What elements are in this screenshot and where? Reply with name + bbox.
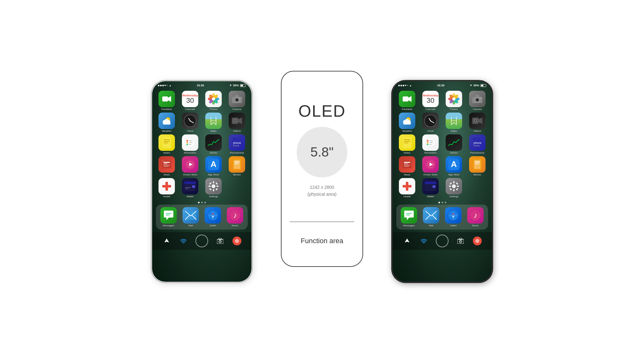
app-clock-b[interactable]: Clock [420,113,441,132]
health-icon-b [399,178,415,194]
dock-mail[interactable]: Mail [181,207,201,227]
clock-label-b: Clock [427,130,434,132]
power-button[interactable] [251,129,252,143]
app-facetime-b[interactable]: Facetime [396,91,418,111]
app-health-b[interactable]: Health [396,178,418,198]
app-itunes-b[interactable]: iTunes Store [420,156,441,176]
svg-rect-28 [164,139,170,140]
dock-mail-b[interactable]: Mail [421,207,441,227]
dock-music-b[interactable]: ♪ Music [465,207,486,227]
camera-icon [229,91,245,107]
app-stocks[interactable]: Stocks [203,134,224,154]
signal-dot-b1 [398,85,400,86]
weather-label: Weather [162,130,171,132]
app-videos-b[interactable]: Videos [467,113,488,132]
app-news-b[interactable]: News [396,156,418,176]
svg-point-26 [234,120,236,121]
status-right: ✦ 50% [229,84,246,87]
app-itunes[interactable]: iTunes Store [179,156,201,176]
power-button-black[interactable] [492,129,493,143]
svg-text:phone: phone [474,141,481,145]
signal-dot-b4 [405,85,406,86]
wifi-icon: ▲ [169,84,171,87]
ibooks-icon-b [469,156,486,173]
calendar-number-b: 30 [427,97,434,104]
wifi-button[interactable] [179,237,188,245]
app-camera[interactable]: Camera [226,91,248,111]
app-facetime[interactable]: Facetime [156,91,177,111]
signal-dot-2 [160,85,162,86]
app-maps[interactable]: Maps [203,113,224,132]
app-weather-b[interactable]: Weather [396,113,418,132]
svg-point-106 [477,99,478,101]
news-icon-b [399,156,415,173]
calendar-icon: Wednesday 30 [182,91,198,107]
red-function-button-b[interactable] [473,237,482,245]
camera-shortcut-button[interactable] [216,237,225,245]
app-ibooks-b[interactable]: iBooks [467,156,488,176]
wallet-icon [182,178,198,194]
svg-rect-56 [162,185,171,188]
camera-shortcut-button-b[interactable] [456,237,465,245]
svg-point-84 [183,243,184,244]
svg-rect-159 [449,188,452,191]
app-ibooks[interactable]: iBooks [226,156,248,176]
dock-safari-b[interactable]: Safari [443,207,463,227]
svg-rect-88 [219,238,221,240]
safari-icon-b [445,207,461,224]
videos-label: Videos [233,130,241,132]
app-phonearena[interactable]: phone Arena PhoneArena [226,134,248,154]
safari-label: Safari [210,224,216,227]
app-maps-b[interactable]: Maps [443,113,465,132]
home-button-b[interactable] [436,235,449,247]
dock-music[interactable]: ♪ Music [225,207,245,227]
app-notes-b[interactable]: Notes [396,134,418,154]
signal-area-black: ▲ [398,84,412,87]
dock-messages-b[interactable]: Messages [399,207,419,227]
svg-rect-107 [475,95,479,97]
svg-point-16 [239,97,240,99]
app-wallet[interactable]: Wallet [179,178,201,198]
app-settings-b[interactable]: Settings [443,178,465,198]
app-reminders[interactable]: Reminders [179,134,201,154]
app-calendar[interactable]: Wednesday 30 Calendar [179,91,201,111]
app-settings[interactable]: Settings [203,178,224,198]
svg-point-152 [433,186,435,188]
app-health[interactable]: Health [156,178,177,198]
app-clock[interactable]: Clock [179,113,201,132]
app-appstore[interactable]: A App Store [203,156,224,176]
function-bar-black [393,232,492,250]
svg-rect-136 [404,165,410,165]
camera-label: Camera [232,108,241,111]
app-camera-b[interactable]: Camera [467,91,488,111]
dock-messages[interactable]: Messages [158,207,179,227]
app-videos[interactable]: Videos [226,113,248,132]
app-stocks-b[interactable]: Stocks [443,134,465,154]
home-button[interactable] [195,235,208,247]
health-label-b: Health [403,195,411,198]
page-dot-1 [198,202,200,203]
app-photos-b[interactable]: Photos [443,91,465,111]
red-function-button[interactable] [232,237,241,245]
app-wallet-b[interactable]: Wallet [420,178,441,198]
airplane-button[interactable] [162,237,171,245]
app-reminders-b[interactable]: Reminders [420,134,441,154]
app-grid-black: Facetime Wednesday 30 Calendar [393,88,492,200]
music-label-b: Music [472,224,479,227]
app-news[interactable]: News [156,156,177,176]
iphone-white: ▲ 15:26 ✦ 50% [151,80,252,283]
app-phonearena-b[interactable]: phone Arena PhoneArena [467,134,488,154]
airplane-button-b[interactable] [403,237,412,245]
dock-safari[interactable]: Safari [203,207,223,227]
svg-rect-0 [162,96,168,102]
wallet-label: Wallet [187,195,194,198]
app-notes[interactable]: Notes [156,134,177,154]
svg-point-60 [193,186,195,188]
app-appstore-b[interactable]: A App Store [443,156,465,176]
facetime-icon [158,91,175,107]
news-label-b: News [404,173,410,176]
app-weather[interactable]: Weather [156,113,177,132]
app-photos[interactable]: Photos [203,91,224,111]
wifi-button-b[interactable] [419,237,428,245]
app-calendar-b[interactable]: Wednesday 30 Calendar [420,91,441,111]
